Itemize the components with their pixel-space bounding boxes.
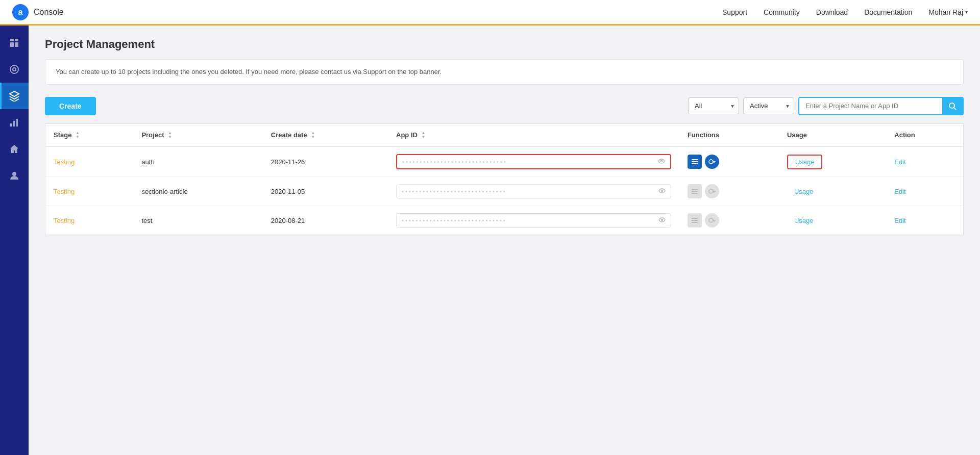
functions-cell-1	[679, 147, 779, 177]
svg-point-16	[709, 160, 713, 164]
sidebar-item-chart[interactable]	[0, 109, 29, 136]
logo-area: a Console	[12, 4, 64, 20]
sidebar-item-users[interactable]	[0, 162, 29, 189]
svg-rect-8	[16, 119, 18, 127]
svg-point-19	[661, 190, 663, 192]
console-label: Console	[34, 8, 64, 17]
functions-cell-2	[679, 177, 779, 206]
community-link[interactable]: Community	[764, 8, 800, 16]
download-link[interactable]: Download	[816, 8, 848, 16]
search-button[interactable]	[942, 98, 963, 114]
usage-button-3[interactable]: Usage	[787, 214, 821, 227]
func-key-icon-1[interactable]	[705, 155, 719, 169]
svg-rect-0	[10, 39, 14, 41]
stage-cell-3: Testing	[45, 206, 134, 235]
svg-point-10	[949, 103, 954, 108]
eye-icon-1	[658, 158, 665, 165]
appid-field-1[interactable]: ••••••••••••••••••••••••••••••	[396, 154, 671, 169]
func-key-icon-2[interactable]	[705, 184, 719, 198]
eye-icon-3	[658, 217, 666, 224]
appid-cell-1: ••••••••••••••••••••••••••••••	[388, 147, 679, 177]
sort-project-icon[interactable]: ▲▼	[168, 131, 172, 139]
project-cell-3: test	[133, 206, 262, 235]
appid-cell-3: ••••••••••••••••••••••••••••••	[388, 206, 679, 235]
dashboard-icon	[9, 38, 19, 48]
svg-point-9	[12, 172, 16, 176]
usage-button-2[interactable]: Usage	[787, 185, 821, 198]
sidebar-item-layers[interactable]	[0, 83, 29, 109]
user-menu[interactable]: Mohan Raj ▾	[928, 8, 968, 16]
stage-link-3[interactable]: Testing	[54, 217, 75, 224]
info-banner: You can create up to 10 projects includi…	[45, 59, 964, 85]
appid-dots-3: ••••••••••••••••••••••••••••••	[402, 217, 507, 223]
table-row: Testing auth 2020-11-26 ••••••••••••••••…	[45, 147, 964, 177]
col-functions: Functions	[679, 123, 779, 147]
func-key-icon-3[interactable]	[705, 213, 719, 228]
col-usage: Usage	[779, 123, 886, 147]
support-link[interactable]: Support	[722, 8, 747, 16]
svg-rect-29	[692, 222, 698, 223]
info-banner-text: You can create up to 10 projects includi…	[56, 68, 442, 75]
stage-cell-1: Testing	[45, 147, 134, 177]
edit-button-3[interactable]: Edit	[894, 217, 905, 224]
stage-link-2[interactable]: Testing	[54, 188, 75, 195]
filter-all-select[interactable]: All	[688, 97, 739, 114]
toolbar-right: All Active	[688, 97, 964, 115]
usage-cell-3: Usage	[779, 206, 886, 235]
edit-button-1[interactable]: Edit	[894, 158, 905, 166]
svg-rect-7	[13, 121, 15, 127]
func-list-icon-1[interactable]	[688, 155, 702, 169]
sidebar-item-dashboard[interactable]	[0, 30, 29, 56]
svg-rect-20	[692, 189, 698, 190]
create-button[interactable]: Create	[45, 97, 96, 115]
appid-dots-1: ••••••••••••••••••••••••••••••	[402, 159, 507, 165]
sort-appid-icon[interactable]: ▲▼	[422, 131, 426, 139]
edit-button-2[interactable]: Edit	[894, 188, 905, 195]
documentation-link[interactable]: Documentation	[864, 8, 912, 16]
logo-icon: a	[12, 4, 29, 20]
sidebar	[0, 26, 29, 455]
main-content: Project Management You can create up to …	[29, 26, 980, 455]
date-cell-3: 2020-08-21	[263, 206, 388, 235]
stage-link-1[interactable]: Testing	[54, 158, 75, 166]
usage-cell-1: Usage	[779, 147, 886, 177]
chevron-down-icon: ▾	[965, 9, 968, 15]
usage-button-1[interactable]: Usage	[787, 155, 823, 169]
func-list-icon-2[interactable]	[688, 184, 702, 198]
table-row: Testing test 2020-08-21 ••••••••••••••••…	[45, 206, 964, 235]
col-action: Action	[886, 123, 963, 147]
table-header: Stage ▲▼ Project ▲▼ Create date ▲▼ App I…	[45, 123, 964, 147]
svg-rect-3	[15, 42, 18, 47]
search-box	[798, 97, 964, 115]
appid-field-3[interactable]: ••••••••••••••••••••••••••••••	[396, 213, 671, 228]
svg-line-11	[954, 108, 956, 110]
func-list-icon-3[interactable]	[688, 213, 702, 228]
filter-status-select[interactable]: Active	[743, 97, 794, 114]
svg-rect-2	[10, 42, 14, 47]
project-cell-2: sectionio-article	[133, 177, 262, 206]
col-project: Project ▲▼	[133, 123, 262, 147]
search-icon	[948, 102, 957, 110]
svg-point-4	[10, 65, 18, 73]
svg-rect-14	[692, 161, 698, 162]
svg-point-26	[661, 219, 663, 221]
sidebar-item-analytics[interactable]	[0, 56, 29, 83]
date-cell-2: 2020-11-05	[263, 177, 388, 206]
top-navigation: a Console Support Community Download Doc…	[0, 0, 980, 26]
svg-point-23	[709, 189, 713, 193]
stage-cell-2: Testing	[45, 177, 134, 206]
appid-field-2[interactable]: ••••••••••••••••••••••••••••••	[396, 184, 671, 198]
appid-cell-2: ••••••••••••••••••••••••••••••	[388, 177, 679, 206]
svg-rect-6	[10, 123, 12, 127]
svg-point-12	[660, 161, 662, 162]
users-icon	[9, 170, 19, 181]
sort-stage-icon[interactable]: ▲▼	[76, 131, 80, 139]
svg-point-30	[709, 218, 713, 222]
svg-rect-1	[15, 39, 18, 41]
analytics-icon	[9, 64, 19, 74]
sidebar-item-home[interactable]	[0, 136, 29, 162]
search-input[interactable]	[799, 98, 942, 114]
action-cell-1: Edit	[886, 147, 963, 177]
filter-status-wrapper: Active	[743, 97, 794, 114]
sort-date-icon[interactable]: ▲▼	[311, 131, 315, 139]
